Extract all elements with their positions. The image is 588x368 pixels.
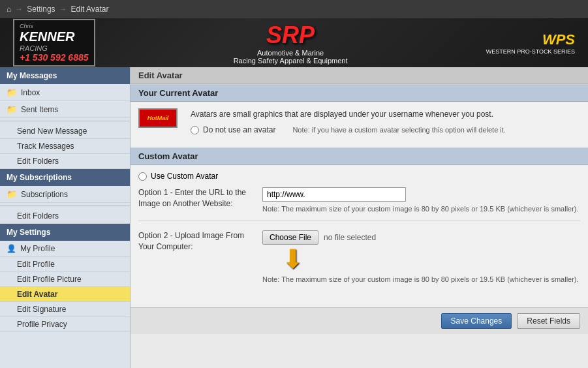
kenner-phone: +1 530 592 6885 xyxy=(20,52,89,63)
option2-controls: Choose File no file selected ⬇ Note: The… xyxy=(262,230,580,284)
avatar-note: Note: if you have a custom avatar select… xyxy=(292,125,506,136)
file-row: Choose File no file selected xyxy=(262,230,580,245)
custom-avatar-title: Custom Avatar xyxy=(131,147,588,165)
srp-line1: Automotive & Marine xyxy=(234,49,348,57)
wps-logo: WPS xyxy=(486,31,575,48)
my-subscriptions-header: My Subscriptions xyxy=(0,169,130,186)
save-changes-button[interactable]: Save Changes xyxy=(441,313,512,329)
option1-label: Option 1 - Enter the URL to the Image on… xyxy=(138,187,256,209)
avatar-description: Avatars are small graphics that are disp… xyxy=(191,108,506,136)
sidebar-edit-folders-subs[interactable]: Edit Folders xyxy=(0,209,130,224)
sidebar-edit-avatar[interactable]: Edit Avatar xyxy=(0,287,130,302)
content-header: Edit Avatar xyxy=(131,67,588,84)
breadcrumb-current: Edit Avatar xyxy=(71,5,109,14)
sidebar-edit-folders-messages[interactable]: Edit Folders xyxy=(0,154,130,169)
top-bar: ⌂ → Settings → Edit Avatar xyxy=(0,0,588,18)
divider1 xyxy=(0,121,130,121)
sidebar-track-messages[interactable]: Track Messages xyxy=(0,139,130,154)
do-not-use-label: Do not use an avatar xyxy=(203,124,275,136)
breadcrumb-settings[interactable]: Settings xyxy=(27,5,55,14)
folder-icon-subs: 📁 xyxy=(7,189,17,199)
my-settings-header: My Settings xyxy=(0,224,130,241)
sent-label: Sent Items xyxy=(21,105,58,114)
srp-line2: Racing Safety Apparel & Equipment xyxy=(234,57,348,65)
reset-fields-button[interactable]: Reset Fields xyxy=(517,313,580,329)
divider2 xyxy=(0,206,130,206)
do-not-use-radio[interactable] xyxy=(191,126,199,134)
my-messages-header: My Messages xyxy=(0,67,130,84)
option2-note: Note: The maximum size of your custom im… xyxy=(262,275,580,284)
url-input[interactable] xyxy=(262,187,406,202)
srp-logo: SRP xyxy=(234,22,348,49)
custom-avatar-section: Use Custom Avatar Option 1 - Enter the U… xyxy=(131,165,588,307)
arrow-area: ⬇ xyxy=(262,245,580,272)
sidebar-edit-profile-picture[interactable]: Edit Profile Picture xyxy=(0,272,130,287)
no-file-text: no file selected xyxy=(324,233,376,242)
banner-wps: WPS WESTERN PRO-STOCK SERIES xyxy=(486,31,575,55)
breadcrumb-separator2: → xyxy=(59,5,67,14)
sidebar-item-inbox[interactable]: 📁 Inbox xyxy=(0,84,130,101)
use-custom-label: Use Custom Avatar xyxy=(151,172,218,181)
option2-label: Option 2 - Upload Image From Your Comput… xyxy=(138,230,256,253)
sidebar-profile-privacy[interactable]: Profile Privacy xyxy=(0,317,130,332)
breadcrumb-separator: → xyxy=(15,5,23,14)
sidebar-item-sent[interactable]: 📁 Sent Items xyxy=(0,101,130,118)
bottom-buttons: Save Changes Reset Fields xyxy=(131,307,588,334)
content-area: Edit Avatar Your Current Avatar HotMail … xyxy=(131,67,588,368)
sidebar-edit-signature[interactable]: Edit Signature xyxy=(0,302,130,317)
sidebar-item-my-profile[interactable]: 👤 My Profile xyxy=(0,241,130,257)
current-avatar-body: HotMail Avatars are small graphics that … xyxy=(131,102,588,147)
option1-row: Option 1 - Enter the URL to the Image on… xyxy=(138,187,580,221)
avatar-preview-image: HotMail xyxy=(138,108,178,128)
banner-srp: SRP Automotive & Marine Racing Safety Ap… xyxy=(234,22,348,65)
home-icon[interactable]: ⌂ xyxy=(7,5,11,14)
option1-note: Note: The maximum size of your custom im… xyxy=(262,204,580,214)
use-custom-radio[interactable] xyxy=(138,172,147,181)
option1-controls: Note: The maximum size of your custom im… xyxy=(262,187,580,214)
banner-kenner: Chris KENNER RACING +1 530 592 6885 xyxy=(13,19,95,67)
sidebar-edit-profile[interactable]: Edit Profile xyxy=(0,257,130,272)
kenner-name: KENNER xyxy=(20,29,89,44)
banner: Chris KENNER RACING +1 530 592 6885 SRP … xyxy=(0,18,588,67)
choose-file-button[interactable]: Choose File xyxy=(262,230,318,245)
subscriptions-label: Subscriptions xyxy=(21,190,68,199)
inbox-label: Inbox xyxy=(21,88,40,97)
my-profile-label: My Profile xyxy=(20,244,55,253)
user-icon: 👤 xyxy=(7,244,16,253)
sidebar: My Messages 📁 Inbox 📁 Sent Items Send Ne… xyxy=(0,67,131,368)
arrow-down-icon: ⬇ xyxy=(282,246,304,272)
sidebar-send-new-message[interactable]: Send New Message xyxy=(0,124,130,139)
option2-row: Option 2 - Upload Image From Your Comput… xyxy=(138,230,580,291)
folder-icon: 📁 xyxy=(7,87,17,97)
wps-sub: WESTERN PRO-STOCK SERIES xyxy=(486,48,575,55)
current-avatar-title: Your Current Avatar xyxy=(131,84,588,102)
folder-icon-sent: 📁 xyxy=(7,104,17,114)
sidebar-item-subscriptions[interactable]: 📁 Subscriptions xyxy=(0,186,130,203)
